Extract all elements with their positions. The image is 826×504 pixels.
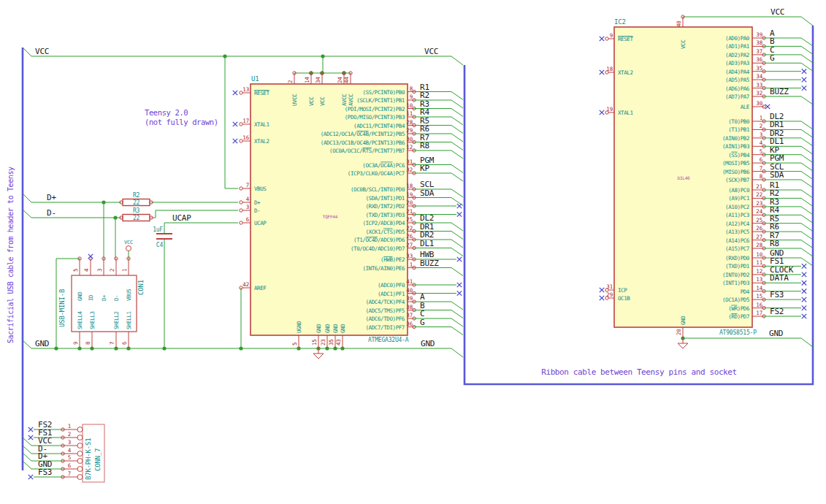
net-label[interactable]: VCC [424, 47, 438, 56]
bus-entry [451, 232, 463, 240]
pin-number: 4 [246, 196, 250, 202]
ic-ref[interactable]: U1 [251, 75, 259, 83]
net-label[interactable]: G [420, 318, 424, 327]
pin-name: (A14)PC6 [725, 237, 750, 244]
bus-entry [801, 207, 813, 215]
pin-number: 2 [109, 269, 115, 272]
net-label[interactable]: VCC [770, 7, 784, 17]
net-label[interactable]: VCC [35, 47, 49, 56]
pin-number: 27 [406, 242, 413, 248]
pin-number: 39 [756, 31, 762, 38]
pin-name: (HWB)PE2 [381, 256, 405, 263]
net-label[interactable]: BUZZ [420, 259, 439, 268]
net-label[interactable]: DL1 [420, 239, 434, 248]
bus-entry [23, 47, 31, 56]
resistor-value[interactable]: 22 [133, 215, 140, 221]
bus-entry [801, 46, 813, 54]
net-label[interactable]: GND [769, 329, 783, 338]
no-connect-icon [765, 104, 770, 109]
net-label[interactable]: G [770, 53, 774, 63]
net-label[interactable]: D+ [47, 193, 56, 202]
connector-pad[interactable] [77, 427, 83, 432]
pin-name: (ADC7/TDI)PF7 [365, 324, 405, 331]
bus-entry [23, 210, 31, 218]
note-teensy-title[interactable]: Teensy 2.0 [145, 108, 188, 117]
pin-name: GND [324, 324, 331, 333]
conn7-value[interactable]: B7K-PH-K-S1 [85, 438, 92, 480]
pin-name: (AD6)PA6 [725, 85, 750, 92]
pin-name: (ADC4/TCK)PF4 [365, 299, 405, 305]
no-connect-icon [802, 264, 806, 268]
no-connect-icon [600, 110, 604, 115]
net-label[interactable]: R8 [770, 239, 779, 248]
resistor-ref[interactable]: R2 [133, 192, 140, 199]
net-label[interactable]: BUZZ [770, 87, 789, 96]
no-connect-icon [802, 297, 806, 302]
pin-number: 29 [606, 291, 613, 298]
net-label[interactable]: FS3 [38, 467, 52, 477]
pin-name: (ADC6/TDO)PF6 [365, 316, 405, 322]
capacitor-ref[interactable]: C4 [156, 242, 164, 248]
connector-pad[interactable] [77, 475, 83, 480]
bus-entry [451, 310, 463, 318]
note-ribbon-cable[interactable]: Ribbon cable between Teensy pins and soc… [467, 367, 811, 377]
no-connect-icon [802, 85, 806, 90]
net-label[interactable]: SDA [770, 170, 784, 180]
pin-number: 4 [83, 268, 90, 272]
net-label[interactable]: DATA [770, 273, 789, 283]
resistor-value[interactable]: 22 [133, 199, 140, 206]
capacitor-value[interactable]: 1uF [153, 226, 163, 233]
net-label[interactable]: UCAP [172, 213, 191, 223]
no-connect-icon [233, 91, 237, 95]
resistor-ref[interactable]: R3 [133, 207, 140, 214]
net-label[interactable]: GND [35, 339, 49, 348]
pin-number: 37 [406, 312, 413, 318]
connector-pad[interactable] [77, 443, 83, 448]
junction-icon [102, 200, 105, 204]
conn7-ref[interactable]: CONN_7 [94, 448, 102, 471]
pin-name: (AIN1)PB3 [722, 143, 749, 150]
pin-number: 23 [756, 200, 762, 207]
pin-number: 21 [406, 208, 413, 215]
net-label[interactable]: FS2 [770, 307, 784, 316]
pin-name: (ADC1)PF1 [378, 291, 405, 297]
schematic-drawing: VCCVCCVCCVCCGNDGNDGNDD+D-UCAPR222R3221uF… [0, 0, 826, 504]
ic-value[interactable]: ATMEGA32U4-A [368, 337, 409, 343]
note-sacrificial-usb-cable[interactable]: Sacrificial USB cable from header to Tee… [7, 167, 15, 343]
pin-number: 28 [756, 242, 762, 248]
usb-connector-ref[interactable]: CON1 [137, 280, 145, 295]
note-teensy-subtitle[interactable]: (not fully drawn) [145, 118, 218, 126]
net-label[interactable]: R8 [420, 141, 429, 150]
pin-number: 11 [406, 110, 413, 117]
net-label[interactable]: GND [421, 339, 435, 348]
pin-number: 13 [242, 86, 249, 93]
net-label[interactable]: D- [47, 208, 56, 218]
pin-number: 5 [291, 343, 298, 345]
connector-pad[interactable] [77, 451, 83, 457]
ic-ref[interactable]: IC2 [614, 18, 626, 26]
pin-number: 6 [760, 156, 763, 163]
pin-name: (OC1A)PD5 [722, 297, 749, 303]
pin-name: (ADC11/PCINT4)PB4 [353, 123, 405, 129]
usb-connector-value[interactable]: USB-MINI-B [58, 289, 66, 327]
ic-value[interactable]: AT90S8515-P [719, 329, 757, 336]
pin-name: UCAP [254, 220, 267, 226]
net-label[interactable]: SDA [420, 188, 435, 198]
connector-pad[interactable] [77, 459, 83, 464]
pin-end [240, 201, 242, 204]
pin-name: (MISO)PB6 [722, 169, 750, 175]
pin-name: (A10)PC2 [725, 204, 749, 210]
no-connect-icon [802, 77, 806, 82]
pin-name: (OC0B/SCL/INT0)PD0 [351, 186, 405, 193]
pin-name: (AD2)PA2 [725, 52, 749, 58]
pin-name: (A13)PC5 [725, 229, 749, 235]
connector-pad[interactable] [77, 467, 83, 472]
power-symbol-label[interactable]: VCC [124, 240, 133, 245]
pin-number: 25 [756, 217, 762, 224]
pin-name: D- [254, 207, 260, 214]
pin-name: (T0/OC4D/ADC10)PD7 [351, 245, 405, 252]
net-label[interactable]: FS3 [770, 290, 784, 299]
pin-number: 3 [96, 269, 103, 272]
connector-pad[interactable] [77, 435, 83, 440]
net-label[interactable]: KP [420, 164, 429, 173]
